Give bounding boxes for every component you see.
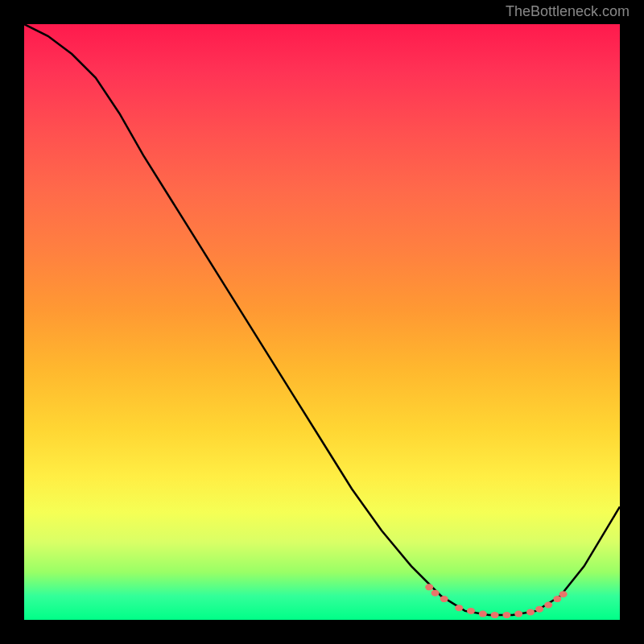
marker-point <box>526 609 535 615</box>
marker-point <box>514 611 522 617</box>
watermark-text: TheBottleneck.com <box>506 3 630 20</box>
marker-point <box>544 602 552 609</box>
marker-point <box>479 611 487 617</box>
marker-points-group <box>425 584 568 618</box>
marker-point <box>425 584 433 590</box>
marker-point <box>491 612 499 618</box>
marker-point <box>455 605 463 611</box>
marker-point <box>502 612 510 618</box>
chart-svg <box>24 24 620 620</box>
chart-container <box>24 24 620 620</box>
marker-point <box>553 596 561 602</box>
marker-point <box>559 591 568 597</box>
marker-point <box>467 608 475 614</box>
bottleneck-curve <box>24 24 620 615</box>
marker-point <box>431 590 440 597</box>
curve-line-group <box>24 24 620 615</box>
marker-point <box>535 606 543 613</box>
marker-point <box>440 596 448 602</box>
